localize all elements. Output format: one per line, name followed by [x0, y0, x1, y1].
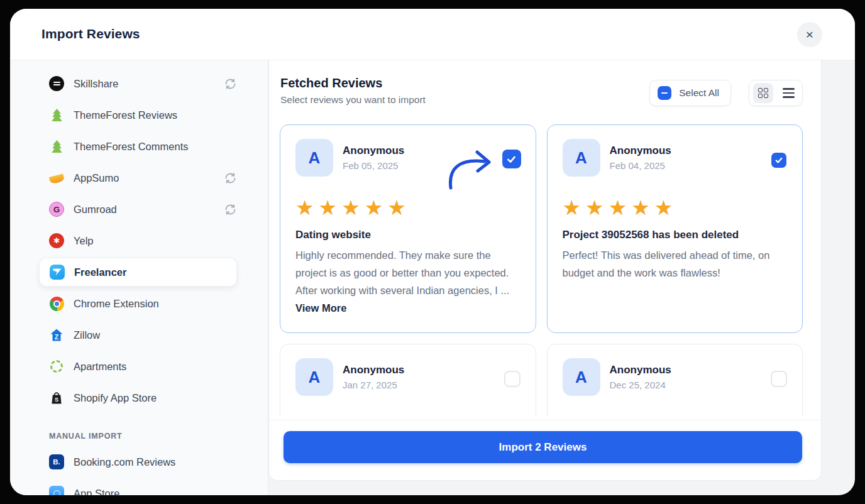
panel-header: Fetched Reviews Select reviews you want …: [269, 60, 821, 106]
zillow-icon: Z: [49, 327, 64, 342]
sidebar-item-label: Shopify App Store: [74, 392, 157, 404]
import-reviews-button[interactable]: Import 2 Reviews: [284, 431, 802, 463]
review-title: Project 39052568 has been deleted: [563, 229, 788, 241]
sync-icon[interactable]: [224, 172, 237, 185]
review-text-body: Highly recommended. They make sure the p…: [295, 249, 509, 296]
reviewer-name: Anonymous: [610, 145, 671, 157]
select-all-button[interactable]: Select All: [649, 80, 731, 106]
review-card[interactable]: A Anonymous Feb 04, 2025 ★★★★★ Project 3…: [547, 124, 803, 333]
sidebar-item-app-store[interactable]: App Store: [49, 478, 237, 495]
review-title: Dating website: [295, 229, 521, 241]
yelp-icon: ✱: [49, 233, 64, 248]
review-text: Highly recommended. They make sure the p…: [295, 246, 521, 317]
sync-icon[interactable]: [224, 203, 237, 216]
review-card-header: A Anonymous Feb 05, 2025: [295, 139, 521, 177]
shopify-bag-icon: S: [49, 390, 64, 405]
sidebar-item-label: Skillshare: [74, 78, 119, 90]
sidebar-item-themeforest-reviews[interactable]: ThemeForest Reviews: [49, 99, 237, 131]
sidebar-item-chrome-extension[interactable]: Chrome Extension: [49, 288, 237, 319]
avatar: A: [295, 358, 333, 396]
review-checkbox-unchecked[interactable]: [771, 371, 787, 387]
sidebar-item-label: App Store: [74, 488, 119, 496]
grid-view-button[interactable]: [753, 83, 773, 103]
view-toggle: [749, 80, 803, 106]
gumroad-icon: G: [49, 202, 64, 217]
review-date: Feb 04, 2025: [610, 160, 671, 171]
review-checkbox-checked[interactable]: [771, 153, 786, 168]
grid-icon: [758, 88, 769, 99]
view-more-link[interactable]: View More: [295, 302, 346, 314]
sidebar-item-zillow[interactable]: Z Zillow: [49, 319, 237, 351]
sync-icon[interactable]: [224, 77, 237, 90]
sidebar-item-shopify-app-store[interactable]: S Shopify App Store: [49, 382, 237, 414]
apartments-icon: [49, 359, 64, 374]
review-date: Jan 27, 2025: [343, 380, 404, 390]
booking-icon: B.: [49, 454, 64, 469]
sidebar-item-label: ThemeForest Comments: [74, 141, 188, 153]
avatar: A: [563, 139, 600, 177]
reviewer-name: Anonymous: [610, 364, 671, 376]
close-button[interactable]: ×: [797, 22, 822, 47]
sidebar-item-label: ThemeForest Reviews: [74, 109, 177, 121]
review-card-header: A Anonymous Jan 27, 2025: [295, 358, 521, 396]
list-icon: [783, 88, 795, 98]
reviewer-name: Anonymous: [343, 145, 404, 157]
review-card-header: A Anonymous Dec 25, 2024: [563, 358, 788, 396]
select-all-checkbox-indeterminate-icon[interactable]: [658, 86, 671, 100]
sidebar-item-label: Yelp: [74, 235, 94, 247]
review-date: Dec 25, 2024: [610, 380, 671, 390]
sidebar-item-apartments[interactable]: Apartments: [49, 351, 237, 382]
import-reviews-modal: Import Reviews × Skillshare ThemeForest …: [10, 9, 855, 495]
avatar: A: [295, 139, 333, 177]
list-view-button[interactable]: [778, 83, 798, 103]
sidebar-item-appsumo[interactable]: AppSumo: [49, 162, 237, 194]
select-all-label: Select All: [679, 87, 719, 99]
review-date: Feb 05, 2025: [343, 160, 404, 171]
review-text: Perfect! This was delivered ahead of tim…: [563, 246, 788, 282]
themeforest-icon: [49, 107, 64, 123]
sidebar-item-themeforest-comments[interactable]: ThemeForest Comments: [49, 131, 237, 162]
sources-sidebar: Skillshare ThemeForest Reviews ThemeFore…: [10, 60, 268, 495]
fetched-reviews-panel: Fetched Reviews Select reviews you want …: [268, 60, 822, 481]
page-title: Import Reviews: [41, 26, 140, 41]
review-card-header: A Anonymous Feb 04, 2025: [563, 139, 788, 177]
avatar: A: [563, 358, 600, 396]
sidebar-item-label: Freelancer: [74, 266, 126, 278]
sidebar-item-label: Chrome Extension: [74, 298, 159, 310]
footer-divider: [269, 420, 821, 420]
sidebar-item-gumroad[interactable]: G Gumroad: [49, 194, 237, 225]
skillshare-icon: [49, 76, 64, 91]
review-checkbox-checked[interactable]: [502, 150, 521, 168]
sidebar-item-booking-com-reviews[interactable]: B. Booking.com Reviews: [49, 446, 237, 478]
sidebar-item-freelancer[interactable]: Freelancer: [39, 258, 237, 287]
sidebar-item-label: Apartments: [74, 361, 126, 373]
sidebar-item-skillshare[interactable]: Skillshare: [49, 68, 237, 99]
sidebar-item-label: AppSumo: [74, 172, 119, 184]
reviews-grid: A Anonymous Feb 05, 2025 ★★★★★ Dating we…: [269, 123, 821, 416]
review-text-body: Perfect! This was delivered ahead of tim…: [563, 249, 770, 278]
manual-import-section-label: MANUAL IMPORT: [49, 431, 268, 441]
sidebar-item-label: Booking.com Reviews: [74, 456, 175, 468]
sidebar-item-label: Zillow: [74, 329, 100, 341]
freelancer-icon: [50, 265, 65, 280]
review-card[interactable]: A Anonymous Feb 05, 2025 ★★★★★ Dating we…: [280, 124, 536, 333]
svg-text:S: S: [55, 397, 58, 403]
header-actions: Select All: [649, 80, 803, 106]
modal-header: Import Reviews ×: [10, 9, 855, 60]
star-rating: ★★★★★: [295, 197, 521, 218]
review-card[interactable]: A Anonymous Jan 27, 2025: [280, 344, 536, 416]
reviewer-name: Anonymous: [343, 364, 404, 376]
star-rating: ★★★★★: [563, 197, 788, 218]
appsumo-icon: [49, 170, 64, 185]
app-store-icon: [49, 486, 64, 495]
close-icon: ×: [806, 27, 813, 42]
svg-text:Z: Z: [55, 333, 59, 341]
review-checkbox-unchecked[interactable]: [504, 371, 521, 387]
chrome-icon: [49, 296, 64, 311]
review-card[interactable]: A Anonymous Dec 25, 2024: [547, 344, 803, 416]
sidebar-item-label: Gumroad: [74, 204, 117, 216]
themeforest-icon: [49, 139, 64, 154]
sidebar-item-yelp[interactable]: ✱ Yelp: [49, 225, 237, 256]
